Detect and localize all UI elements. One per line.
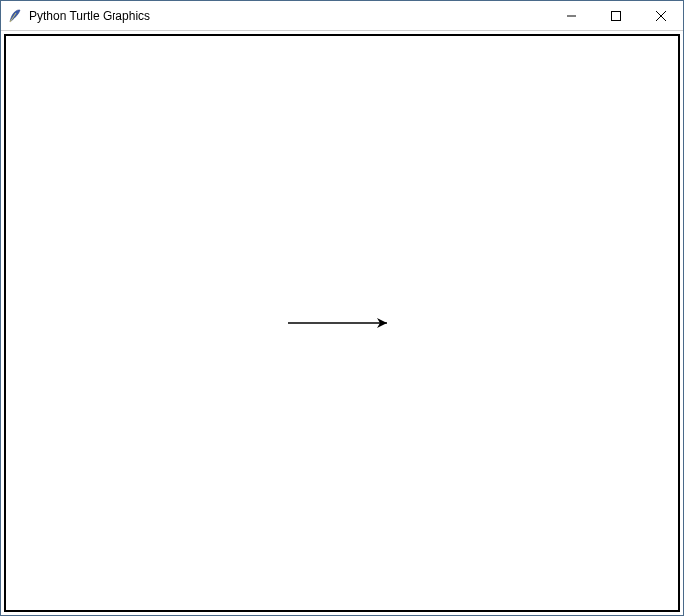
maximize-icon: [611, 11, 621, 21]
titlebar: Python Turtle Graphics: [1, 1, 683, 31]
turtle-line-drawing: [283, 313, 402, 333]
maximize-button[interactable]: [593, 1, 638, 30]
minimize-icon: [567, 11, 576, 21]
app-window: Python Turtle Graphics: [0, 0, 684, 616]
feather-icon: [7, 8, 23, 24]
window-title: Python Turtle Graphics: [29, 9, 549, 23]
svg-rect-1: [611, 11, 620, 20]
close-icon: [656, 11, 666, 21]
close-button[interactable]: [638, 1, 683, 30]
window-controls: [549, 1, 683, 30]
turtle-canvas: [4, 34, 680, 612]
minimize-button[interactable]: [549, 1, 593, 30]
